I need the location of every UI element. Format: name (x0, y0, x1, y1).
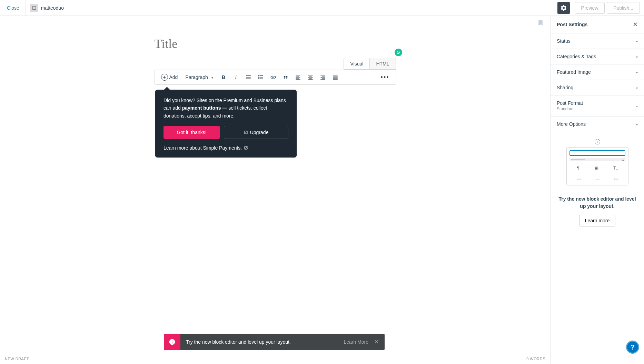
divider (26, 0, 26, 16)
sidebar-title: Post Settings (557, 22, 587, 27)
preview-button[interactable]: Preview (575, 2, 605, 14)
sharing-label: Sharing (557, 85, 573, 90)
sidebar-item-categories[interactable]: Categories & Tags (551, 49, 644, 64)
quote-button[interactable] (280, 72, 291, 83)
promo-learn-more-button[interactable]: Learn more (579, 215, 616, 226)
more-options-label: More Options (557, 121, 586, 127)
bookmark-icon[interactable] (537, 19, 544, 27)
close-button[interactable]: Close (4, 5, 26, 11)
chevron-down-icon (636, 85, 638, 90)
editor-tabs: Visual HTML (155, 58, 396, 70)
promo-preview-image: + ▴ ¶ ▣ TT ▭▭▭ (566, 139, 628, 191)
paragraph-dropdown[interactable]: Paragraph (182, 73, 216, 81)
notice-close-button[interactable]: ✕ (374, 338, 379, 346)
featured-label: Featured Image (557, 69, 591, 75)
editor-column: G Visual HTML + Add Paragraph B I (0, 16, 550, 364)
draft-status: NEW DRAFT (5, 357, 29, 361)
align-center-button[interactable] (305, 72, 316, 83)
italic-button[interactable]: I (230, 72, 241, 83)
sidebar-item-featured[interactable]: Featured Image (551, 64, 644, 80)
bottom-bar: NEW DRAFT 0 WORDS (0, 354, 550, 364)
bold-button[interactable]: B (218, 72, 229, 83)
post-format-label: Post Format (557, 100, 583, 106)
link-button[interactable] (268, 72, 279, 83)
align-justify-button[interactable] (330, 72, 341, 83)
external-link-icon (244, 146, 248, 150)
promo-box: + ▴ ¶ ▣ TT ▭▭▭ Try the new block editor … (551, 132, 644, 233)
settings-gear-button[interactable] (557, 2, 570, 14)
notice-bar: Try the new block editor and level up yo… (164, 334, 385, 350)
chevron-down-icon (636, 69, 638, 75)
sidebar-header: Post Settings ✕ (551, 16, 644, 33)
categories-label: Categories & Tags (557, 54, 596, 59)
site-name[interactable]: matteoduo (41, 5, 64, 11)
chevron-down-icon (211, 74, 213, 80)
notice-text: Try the new block editor and level up yo… (180, 339, 344, 345)
main-area: G Visual HTML + Add Paragraph B I (0, 16, 644, 364)
sidebar-item-sharing[interactable]: Sharing (551, 80, 644, 95)
sidebar-close-button[interactable]: ✕ (633, 21, 638, 28)
help-button[interactable]: ? (626, 341, 639, 354)
add-button[interactable]: + Add (158, 72, 181, 82)
sidebar-item-more-options[interactable]: More Options (551, 117, 644, 132)
plus-icon: + (161, 74, 168, 81)
align-left-button[interactable] (293, 72, 304, 83)
sidebar: Post Settings ✕ Status Categories & Tags… (550, 16, 644, 364)
upgrade-button[interactable]: Upgrade (224, 126, 288, 139)
bullet-list-button[interactable] (243, 72, 254, 83)
align-right-button[interactable] (317, 72, 328, 83)
word-count: 0 WORDS (526, 357, 545, 361)
numbered-list-button[interactable] (255, 72, 266, 83)
learn-more-link[interactable]: Learn more about Simple Payments. (164, 145, 248, 151)
promo-text: Try the new block editor and level up yo… (557, 195, 638, 210)
status-label: Status (557, 38, 571, 44)
got-it-button[interactable]: Got it, thanks! (164, 126, 220, 139)
notice-learn-more-link[interactable]: Learn More (344, 339, 368, 345)
chevron-down-icon (636, 54, 638, 59)
plus-circle-icon: + (595, 139, 600, 144)
toolbar-more-button[interactable]: ••• (378, 74, 392, 81)
sidebar-item-post-format[interactable]: Post Format Standard (551, 95, 644, 117)
external-link-icon (244, 130, 248, 134)
info-icon (164, 334, 180, 350)
title-input[interactable] (155, 33, 396, 58)
chevron-down-icon (636, 103, 638, 109)
tooltip-text: Did you know? Sites on the Premium and B… (164, 97, 288, 120)
sidebar-item-status[interactable]: Status (551, 33, 644, 49)
tab-visual[interactable]: Visual (344, 58, 369, 70)
gear-icon (560, 4, 567, 11)
grammarly-icon[interactable]: G (395, 49, 402, 56)
publish-button[interactable]: Publish... (607, 2, 640, 14)
paragraph-label: Paragraph (185, 74, 208, 80)
site-icon (30, 4, 38, 12)
editor-toolbar: + Add Paragraph B I ••• (155, 70, 396, 85)
top-bar: Close matteoduo Preview Publish... (0, 0, 644, 16)
chevron-down-icon (636, 121, 638, 127)
payment-tooltip: Did you know? Sites on the Premium and B… (155, 90, 297, 158)
tab-html[interactable]: HTML (369, 58, 396, 70)
chevron-down-icon (636, 38, 638, 44)
post-format-value: Standard (557, 107, 583, 111)
add-label: Add (169, 74, 178, 80)
